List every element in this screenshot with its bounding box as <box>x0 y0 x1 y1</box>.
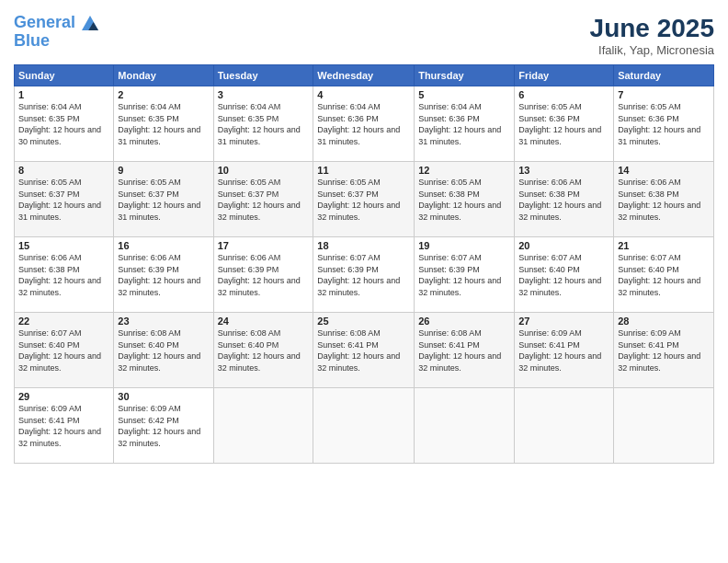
day-number: 8 <box>18 165 109 176</box>
day-number: 29 <box>18 391 109 402</box>
day-number: 9 <box>118 165 209 176</box>
day-info: Sunrise: 6:08 AM Sunset: 6:41 PM Dayligh… <box>418 328 501 373</box>
day-info: Sunrise: 6:05 AM Sunset: 6:37 PM Dayligh… <box>18 178 101 222</box>
day-number: 14 <box>618 165 710 176</box>
table-row <box>313 388 415 464</box>
table-row: 28 Sunrise: 6:09 AM Sunset: 6:41 PM Dayl… <box>614 313 714 388</box>
day-info: Sunrise: 6:06 AM Sunset: 6:38 PM Dayligh… <box>618 178 700 222</box>
calendar-table: Sunday Monday Tuesday Wednesday Thursday… <box>14 64 714 464</box>
day-info: Sunrise: 6:07 AM Sunset: 6:40 PM Dayligh… <box>18 328 101 373</box>
table-row: 4 Sunrise: 6:04 AM Sunset: 6:36 PM Dayli… <box>313 86 415 162</box>
logo-text: General <box>14 14 98 32</box>
title-block: June 2025 Ifalik, Yap, Micronesia <box>590 14 714 57</box>
day-info: Sunrise: 6:06 AM Sunset: 6:39 PM Dayligh… <box>118 253 200 297</box>
table-row: 11 Sunrise: 6:05 AM Sunset: 6:37 PM Dayl… <box>313 162 415 237</box>
day-number: 25 <box>317 316 410 327</box>
day-info: Sunrise: 6:08 AM Sunset: 6:40 PM Dayligh… <box>218 328 301 373</box>
day-info: Sunrise: 6:05 AM Sunset: 6:37 PM Dayligh… <box>317 178 400 222</box>
table-row: 30 Sunrise: 6:09 AM Sunset: 6:42 PM Dayl… <box>114 388 213 464</box>
table-row: 26 Sunrise: 6:08 AM Sunset: 6:41 PM Dayl… <box>415 313 515 388</box>
day-info: Sunrise: 6:06 AM Sunset: 6:39 PM Dayligh… <box>218 253 301 297</box>
table-row: 6 Sunrise: 6:05 AM Sunset: 6:36 PM Dayli… <box>515 86 614 162</box>
day-info: Sunrise: 6:06 AM Sunset: 6:38 PM Dayligh… <box>518 178 601 222</box>
logo-icon <box>82 15 98 31</box>
col-tuesday: Tuesday <box>213 65 313 86</box>
table-row <box>614 388 714 464</box>
day-number: 17 <box>218 240 310 251</box>
col-thursday: Thursday <box>415 65 515 86</box>
day-number: 16 <box>118 240 209 251</box>
day-info: Sunrise: 6:06 AM Sunset: 6:38 PM Dayligh… <box>18 253 101 297</box>
table-row: 22 Sunrise: 6:07 AM Sunset: 6:40 PM Dayl… <box>15 313 114 388</box>
table-row: 13 Sunrise: 6:06 AM Sunset: 6:38 PM Dayl… <box>515 162 614 237</box>
day-info: Sunrise: 6:07 AM Sunset: 6:39 PM Dayligh… <box>418 253 501 297</box>
table-row <box>213 388 313 464</box>
day-number: 18 <box>317 240 410 251</box>
day-info: Sunrise: 6:08 AM Sunset: 6:41 PM Dayligh… <box>317 328 400 373</box>
day-info: Sunrise: 6:09 AM Sunset: 6:41 PM Dayligh… <box>618 328 700 373</box>
table-row <box>515 388 614 464</box>
calendar-header-row: Sunday Monday Tuesday Wednesday Thursday… <box>15 65 714 86</box>
day-number: 27 <box>518 316 609 327</box>
day-number: 1 <box>18 89 109 100</box>
day-info: Sunrise: 6:04 AM Sunset: 6:36 PM Dayligh… <box>317 102 400 146</box>
day-number: 22 <box>18 316 109 327</box>
calendar-week-row: 15 Sunrise: 6:06 AM Sunset: 6:38 PM Dayl… <box>15 237 714 313</box>
day-info: Sunrise: 6:07 AM Sunset: 6:40 PM Dayligh… <box>618 253 700 297</box>
calendar-week-row: 29 Sunrise: 6:09 AM Sunset: 6:41 PM Dayl… <box>15 388 714 464</box>
day-number: 21 <box>618 240 710 251</box>
table-row: 20 Sunrise: 6:07 AM Sunset: 6:40 PM Dayl… <box>515 237 614 313</box>
day-number: 30 <box>118 391 209 402</box>
table-row: 18 Sunrise: 6:07 AM Sunset: 6:39 PM Dayl… <box>313 237 415 313</box>
day-info: Sunrise: 6:04 AM Sunset: 6:35 PM Dayligh… <box>18 102 101 146</box>
table-row: 7 Sunrise: 6:05 AM Sunset: 6:36 PM Dayli… <box>614 86 714 162</box>
table-row <box>415 388 515 464</box>
day-number: 10 <box>218 165 310 176</box>
table-row: 21 Sunrise: 6:07 AM Sunset: 6:40 PM Dayl… <box>614 237 714 313</box>
col-monday: Monday <box>114 65 213 86</box>
col-friday: Friday <box>515 65 614 86</box>
day-number: 4 <box>317 89 410 100</box>
day-info: Sunrise: 6:05 AM Sunset: 6:36 PM Dayligh… <box>518 102 601 146</box>
day-number: 26 <box>418 316 510 327</box>
logo-subtext: Blue <box>14 32 98 51</box>
day-number: 3 <box>218 89 310 100</box>
month-title: June 2025 <box>590 14 714 43</box>
day-number: 11 <box>317 165 410 176</box>
day-info: Sunrise: 6:08 AM Sunset: 6:40 PM Dayligh… <box>118 328 200 373</box>
day-number: 19 <box>418 240 510 251</box>
day-info: Sunrise: 6:05 AM Sunset: 6:38 PM Dayligh… <box>418 178 501 222</box>
day-info: Sunrise: 6:04 AM Sunset: 6:36 PM Dayligh… <box>418 102 501 146</box>
calendar-week-row: 22 Sunrise: 6:07 AM Sunset: 6:40 PM Dayl… <box>15 313 714 388</box>
table-row: 3 Sunrise: 6:04 AM Sunset: 6:35 PM Dayli… <box>213 86 313 162</box>
day-number: 12 <box>418 165 510 176</box>
table-row: 27 Sunrise: 6:09 AM Sunset: 6:41 PM Dayl… <box>515 313 614 388</box>
table-row: 25 Sunrise: 6:08 AM Sunset: 6:41 PM Dayl… <box>313 313 415 388</box>
calendar-week-row: 8 Sunrise: 6:05 AM Sunset: 6:37 PM Dayli… <box>15 162 714 237</box>
col-wednesday: Wednesday <box>313 65 415 86</box>
day-number: 23 <box>118 316 209 327</box>
day-info: Sunrise: 6:07 AM Sunset: 6:40 PM Dayligh… <box>518 253 601 297</box>
table-row: 29 Sunrise: 6:09 AM Sunset: 6:41 PM Dayl… <box>15 388 114 464</box>
day-number: 5 <box>418 89 510 100</box>
table-row: 5 Sunrise: 6:04 AM Sunset: 6:36 PM Dayli… <box>415 86 515 162</box>
day-number: 7 <box>618 89 710 100</box>
table-row: 24 Sunrise: 6:08 AM Sunset: 6:40 PM Dayl… <box>213 313 313 388</box>
day-number: 2 <box>118 89 209 100</box>
table-row: 15 Sunrise: 6:06 AM Sunset: 6:38 PM Dayl… <box>15 237 114 313</box>
day-info: Sunrise: 6:07 AM Sunset: 6:39 PM Dayligh… <box>317 253 400 297</box>
day-info: Sunrise: 6:05 AM Sunset: 6:36 PM Dayligh… <box>618 102 700 146</box>
day-number: 28 <box>618 316 710 327</box>
col-saturday: Saturday <box>614 65 714 86</box>
table-row: 23 Sunrise: 6:08 AM Sunset: 6:40 PM Dayl… <box>114 313 213 388</box>
day-number: 15 <box>18 240 109 251</box>
header: General Blue June 2025 Ifalik, Yap, Micr… <box>14 14 714 57</box>
table-row: 2 Sunrise: 6:04 AM Sunset: 6:35 PM Dayli… <box>114 86 213 162</box>
page: General Blue June 2025 Ifalik, Yap, Micr… <box>0 0 728 563</box>
table-row: 1 Sunrise: 6:04 AM Sunset: 6:35 PM Dayli… <box>15 86 114 162</box>
day-info: Sunrise: 6:09 AM Sunset: 6:42 PM Dayligh… <box>118 404 200 448</box>
day-info: Sunrise: 6:09 AM Sunset: 6:41 PM Dayligh… <box>18 404 101 448</box>
calendar-week-row: 1 Sunrise: 6:04 AM Sunset: 6:35 PM Dayli… <box>15 86 714 162</box>
logo: General Blue <box>14 14 98 51</box>
day-number: 24 <box>218 316 310 327</box>
